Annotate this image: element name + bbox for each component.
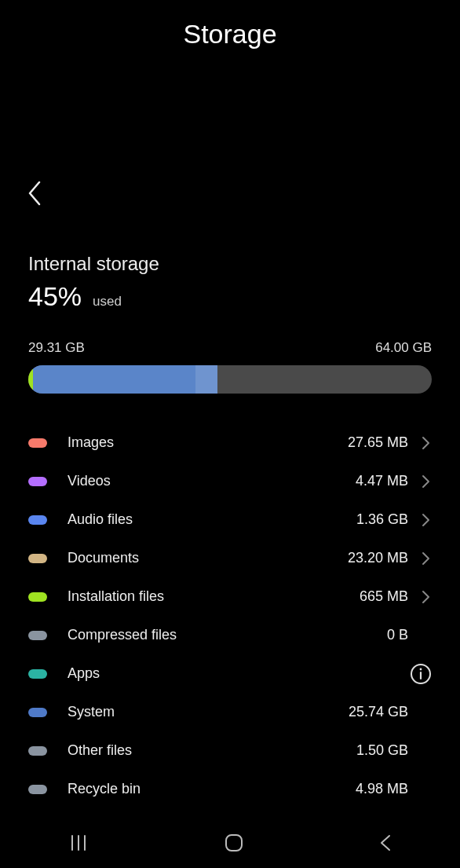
category-row-images[interactable]: Images27.65 MB: [28, 423, 432, 462]
category-row-recycle-bin[interactable]: Recycle bin4.98 MB: [28, 770, 432, 808]
category-color-images: [28, 438, 47, 448]
recent-apps-icon: [68, 834, 89, 852]
category-color-system: [28, 708, 47, 717]
category-size: 1.50 GB: [356, 742, 408, 759]
used-label: used: [93, 294, 122, 309]
category-size: 27.65 MB: [348, 434, 408, 451]
info-icon: [410, 663, 432, 685]
navigation-bar: [0, 821, 460, 868]
section-title: Internal storage: [28, 253, 432, 275]
svg-rect-6: [226, 835, 242, 851]
chevron-left-icon: [27, 179, 42, 207]
usage-bar: [28, 365, 432, 394]
chevron-right-icon: [422, 551, 430, 566]
category-label: Audio files: [68, 511, 356, 528]
category-row-other-files[interactable]: Other files1.50 GB: [28, 731, 432, 770]
bar-segment-tail: [195, 365, 217, 394]
chevron-right-icon: [422, 512, 430, 528]
category-row-system[interactable]: System25.74 GB: [28, 693, 432, 731]
category-color-documents: [28, 554, 47, 563]
chevron-slot: [408, 474, 432, 489]
category-label: Recycle bin: [68, 781, 356, 797]
back-button[interactable]: [27, 179, 42, 211]
chevron-left-icon: [378, 833, 392, 853]
category-label: Installation files: [68, 588, 360, 605]
category-row-documents[interactable]: Documents23.20 MB: [28, 539, 432, 577]
chevron-slot: [408, 512, 432, 528]
used-percent: 45%: [28, 281, 82, 312]
category-label: Apps: [68, 665, 408, 682]
used-size: 29.31 GB: [28, 340, 85, 356]
category-color-compressed-files: [28, 631, 47, 640]
total-size: 64.00 GB: [375, 340, 432, 356]
category-label: Documents: [68, 550, 348, 566]
category-label: System: [68, 704, 349, 720]
category-label: Compressed files: [68, 627, 387, 643]
category-size: 4.47 MB: [356, 473, 408, 489]
category-color-other-files: [28, 746, 47, 756]
category-label: Images: [68, 434, 348, 451]
category-color-recycle-bin: [28, 785, 47, 794]
category-color-videos: [28, 477, 47, 486]
home-icon: [224, 833, 244, 853]
category-label: Other files: [68, 742, 356, 759]
category-row-audio-files[interactable]: Audio files1.36 GB: [28, 500, 432, 539]
chevron-slot: [408, 589, 432, 605]
bar-segment-main: [33, 365, 195, 394]
chevron-right-icon: [422, 474, 430, 489]
category-label: Videos: [68, 473, 356, 489]
category-size: 23.20 MB: [348, 550, 408, 566]
chevron-right-icon: [422, 589, 430, 605]
category-row-apps[interactable]: Apps: [28, 654, 432, 693]
chevron-slot: [408, 551, 432, 566]
nav-back-button[interactable]: [378, 833, 392, 856]
category-color-apps: [28, 669, 47, 679]
category-size: 665 MB: [360, 588, 408, 605]
home-button[interactable]: [224, 833, 244, 856]
category-color-installation-files: [28, 592, 47, 602]
category-row-compressed-files[interactable]: Compressed files0 B: [28, 616, 432, 654]
chevron-right-icon: [422, 435, 430, 451]
category-row-installation-files[interactable]: Installation files665 MB: [28, 577, 432, 616]
page-title: Storage: [0, 19, 460, 49]
category-size: 25.74 GB: [349, 704, 408, 720]
category-size: 1.36 GB: [356, 511, 408, 528]
chevron-slot: [408, 435, 432, 451]
category-size: 4.98 MB: [356, 781, 408, 797]
category-row-videos[interactable]: Videos4.47 MB: [28, 462, 432, 500]
info-button[interactable]: [408, 663, 432, 685]
recent-apps-button[interactable]: [68, 834, 89, 855]
category-size: 0 B: [387, 627, 408, 643]
category-color-audio-files: [28, 515, 47, 525]
svg-point-2: [420, 668, 422, 670]
